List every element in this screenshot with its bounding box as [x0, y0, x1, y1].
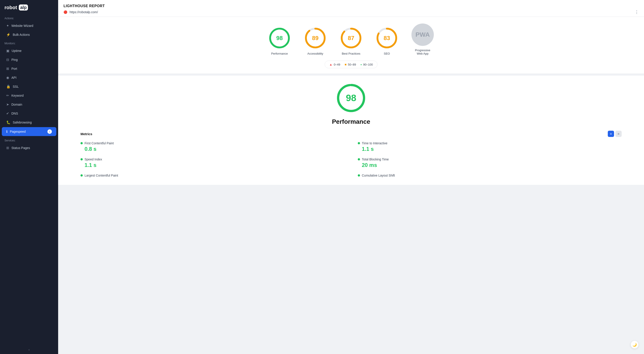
metric-tbt-dot [358, 158, 360, 160]
sidebar-label-keyword: Keyword [12, 94, 24, 97]
metric-fcp-header: First Contentful Paint [80, 141, 344, 145]
score-circle-accessibility: 89 [304, 27, 326, 49]
detail-section: 98 Performance Metrics ≡ ≡ First Content… [58, 76, 644, 185]
score-item-best-practices[interactable]: 87 Best Practices [340, 27, 362, 55]
metric-fcp-label: First Contentful Paint [84, 141, 114, 145]
scores-row: 98 Performance 89 Accessibility [268, 24, 434, 55]
metric-si: Speed Index 1.1 s [80, 158, 344, 168]
domain-icon: ➤ [6, 103, 9, 107]
sidebar-label-domain: Domain [12, 103, 22, 106]
list-view-button[interactable]: ≡ [616, 131, 622, 137]
sidebar-section-monitors: Monitors: [0, 39, 58, 46]
score-label-accessibility: Accessibility [308, 52, 323, 55]
scores-section: 98 Performance 89 Accessibility [58, 17, 644, 74]
sidebar-item-safebrowsing[interactable]: 🐛 Safebrowsing [2, 118, 56, 127]
score-label-seo: SEO [384, 52, 390, 55]
sidebar-label-safebrowsing: Safebrowsing [13, 121, 32, 124]
sidebar-label-bulk-actions: Bulk Actions [13, 33, 30, 37]
sidebar-label-dns: DNS [12, 112, 18, 115]
sidebar-label-status-pages: Status Pages [12, 146, 30, 150]
sidebar-item-keyword[interactable]: ✏ Keyword [2, 91, 56, 100]
metric-lcp-label: Largest Contentful Paint [84, 174, 118, 177]
wizard-icon: ✦ [6, 24, 9, 28]
score-value-accessibility: 89 [312, 35, 319, 42]
sidebar-item-api[interactable]: ◉ API [2, 73, 56, 82]
metric-si-value: 1.1 s [80, 162, 344, 168]
grid-view-button[interactable]: ≡ [608, 131, 614, 137]
detail-title: Performance [332, 118, 370, 125]
sidebar: robot alp Actions: ✦ Website Wizard ⚡ Bu… [0, 0, 58, 354]
sidebar-item-website-wizard[interactable]: ✦ Website Wizard [2, 22, 56, 30]
metric-tti: Time to Interactive 1.1 s [358, 141, 622, 152]
metric-cls-label: Cumulative Layout Shift [362, 174, 395, 177]
metrics-header: Metrics ≡ ≡ [80, 131, 622, 137]
api-icon: ◉ [6, 76, 9, 80]
big-score-circle: 98 [336, 82, 367, 114]
sidebar-item-domain[interactable]: ➤ Domain [2, 100, 56, 109]
logo-text: robot [4, 5, 17, 11]
sidebar-section-services: Services: [0, 136, 58, 143]
ping-icon: ⊟ [6, 58, 9, 62]
sidebar-label-api: API [12, 76, 16, 80]
dns-icon: ✔ [6, 111, 9, 116]
metrics-grid: First Contentful Paint 0.8 s Time to Int… [80, 141, 622, 178]
pagespeed-badge: i [48, 129, 52, 134]
sidebar-item-pagespeed[interactable]: ℹ Pagespeed i [2, 127, 56, 136]
keyword-icon: ✏ [6, 94, 9, 98]
legend-red-icon: ▲ [330, 63, 332, 66]
metric-fcp-dot [80, 142, 83, 144]
sidebar-item-status-pages[interactable]: ⊞ Status Pages [2, 144, 56, 152]
sidebar-label-port: Port [12, 67, 17, 71]
metric-cls-header: Cumulative Layout Shift [358, 174, 622, 177]
score-item-performance[interactable]: 98 Performance [268, 27, 291, 55]
score-legend: ▲ 0–49 ■ 50–89 ● 90–100 [325, 61, 378, 68]
metric-tbt-header: Total Blocking Time [358, 158, 622, 161]
sidebar-item-port[interactable]: ⊠ Port [2, 65, 56, 73]
logo: robot alp [0, 0, 58, 14]
score-circle-performance: 98 [268, 27, 291, 49]
dark-mode-toggle[interactable]: 🌙 [630, 340, 639, 349]
sidebar-label-pagespeed: Pagespeed [10, 130, 26, 133]
sidebar-item-ssl[interactable]: 🔒 SSL [2, 82, 56, 91]
score-item-accessibility[interactable]: 89 Accessibility [304, 27, 326, 55]
metrics-title: Metrics [80, 132, 92, 136]
sidebar-section-actions: Actions: [0, 14, 58, 21]
pwa-text: PWA [416, 31, 430, 38]
score-label-best-practices: Best Practices [342, 52, 360, 55]
metric-si-dot [80, 158, 83, 160]
score-label-performance: Performance [271, 52, 288, 55]
score-item-seo[interactable]: 83 SEO [376, 27, 398, 55]
pagespeed-icon: ℹ [6, 130, 8, 134]
sidebar-collapse-button[interactable]: ‹ [0, 345, 58, 354]
report-header: LIGHTHOUSE REPORT 🔴 https://robotalp.com… [58, 0, 644, 17]
score-circle-best-practices: 87 [340, 27, 362, 49]
score-value-seo: 83 [384, 35, 390, 42]
metric-lcp-dot [80, 174, 83, 177]
metric-tti-dot [358, 142, 360, 144]
report-url: https://robotalp.com/ [70, 10, 639, 14]
legend-low-range: 0–49 [334, 63, 340, 66]
sidebar-item-ping[interactable]: ⊟ Ping [2, 56, 56, 64]
legend-orange-icon: ■ [344, 63, 346, 66]
url-security-icon: 🔴 [64, 10, 67, 14]
score-item-pwa[interactable]: PWA ProgressiveWeb App [412, 24, 434, 55]
sidebar-label-website-wizard: Website Wizard [12, 24, 33, 28]
score-value-performance: 98 [276, 35, 283, 42]
metric-tti-value: 1.1 s [358, 146, 622, 152]
uptime-icon: ▣ [6, 49, 10, 53]
logo-highlight: alp [19, 5, 28, 11]
metrics-section: Metrics ≡ ≡ First Contentful Paint 0.8 s [67, 131, 635, 178]
metric-tbt-value: 20 ms [358, 162, 622, 168]
metric-tbt: Total Blocking Time 20 ms [358, 158, 622, 168]
sidebar-item-dns[interactable]: ✔ DNS [2, 109, 56, 118]
metric-lcp-header: Largest Contentful Paint [80, 174, 344, 177]
sidebar-item-bulk-actions[interactable]: ⚡ Bulk Actions [2, 31, 56, 39]
score-circle-seo: 83 [376, 27, 398, 49]
more-options-icon[interactable]: ⋮ [634, 10, 639, 15]
sidebar-item-uptime[interactable]: ▣ Uptime [2, 47, 56, 55]
legend-high: ● 90–100 [360, 63, 373, 66]
score-label-pwa: ProgressiveWeb App [415, 49, 430, 55]
metric-cls-dot [358, 174, 360, 177]
score-value-best-practices: 87 [348, 35, 354, 42]
metric-tti-header: Time to Interactive [358, 141, 622, 145]
